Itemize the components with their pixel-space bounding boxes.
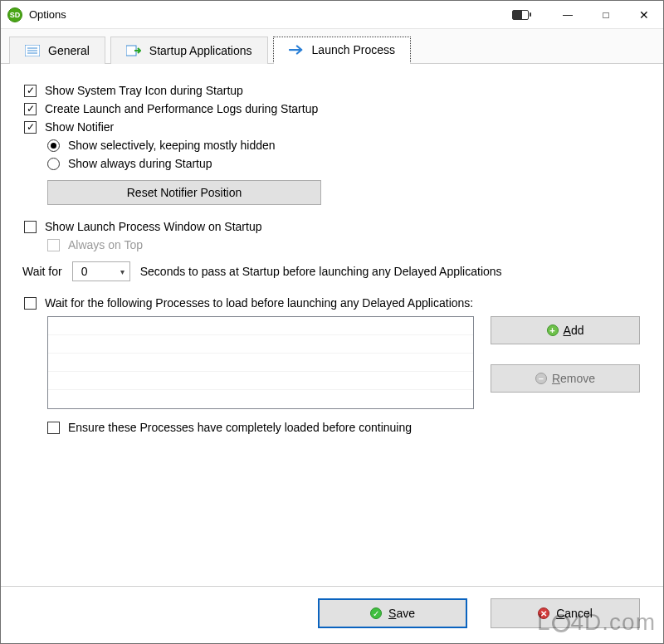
save-button[interactable]: ✓ Save <box>318 598 467 628</box>
wait-for-suffix: Seconds to pass at Startup before launch… <box>140 265 502 278</box>
remove-rest: emove <box>560 372 595 385</box>
x-circle-icon: ✕ <box>538 607 549 619</box>
reset-notifier-position-button[interactable]: Reset Notifier Position <box>47 180 321 205</box>
startup-apps-icon <box>126 43 141 58</box>
label-notifier-always: Show always during Startup <box>68 157 212 170</box>
tab-launch-process-label: Launch Process <box>312 43 395 56</box>
label-show-notifier: Show Notifier <box>45 120 114 134</box>
checkbox-show-notifier[interactable] <box>24 121 37 134</box>
wait-seconds-value: 0 <box>81 265 88 278</box>
list-item <box>48 317 473 335</box>
add-process-button[interactable]: + Add <box>491 316 640 344</box>
tab-strip: General Startup Applications Launch Proc… <box>1 29 663 64</box>
checkbox-show-lp-window[interactable] <box>24 221 37 233</box>
titlebar: SD Options — □ ✕ <box>1 1 663 29</box>
remove-process-button[interactable]: – Remove <box>491 364 640 393</box>
radio-notifier-always[interactable] <box>47 158 60 170</box>
checkbox-show-tray-icon[interactable] <box>24 85 37 97</box>
label-wait-for-processes: Wait for the following Processes to load… <box>45 296 473 310</box>
options-window: SD Options — □ ✕ General Startup Applica… <box>0 0 664 644</box>
launch-process-icon <box>289 42 304 57</box>
wait-seconds-select[interactable]: 0 ▾ <box>72 261 130 281</box>
app-icon: SD <box>7 7 22 22</box>
tab-general[interactable]: General <box>9 37 105 64</box>
battery-icon <box>512 10 529 20</box>
label-always-on-top: Always on Top <box>68 238 143 251</box>
cancel-mnemonic: C <box>556 607 564 620</box>
radio-notifier-selectively[interactable] <box>47 139 60 152</box>
minus-icon: – <box>535 373 547 384</box>
general-icon <box>25 43 40 58</box>
label-show-tray-icon: Show System Tray Icon during Startup <box>45 84 243 97</box>
add-mnemonic: A <box>564 324 571 337</box>
close-button[interactable]: ✕ <box>625 1 663 28</box>
process-listbox[interactable] <box>47 316 474 409</box>
checkbox-always-on-top <box>47 239 60 251</box>
window-buttons: — □ ✕ <box>549 1 663 28</box>
tab-startup-apps-label: Startup Applications <box>149 44 252 57</box>
wait-for-row: Wait for 0 ▾ Seconds to pass at Startup … <box>22 261 640 281</box>
label-show-lp-window: Show Launch Process Window on Startup <box>45 220 261 233</box>
minimize-button[interactable]: — <box>549 1 587 28</box>
window-title: Options <box>29 8 66 21</box>
list-item <box>48 354 473 372</box>
checkbox-create-logs[interactable] <box>24 103 37 115</box>
label-notifier-selectively: Show selectively, keeping mostly hidden <box>68 139 276 152</box>
label-ensure-loaded: Ensure these Processes have completely l… <box>68 421 412 434</box>
cancel-rest: ancel <box>564 607 592 620</box>
add-rest: dd <box>571 324 584 337</box>
plus-icon: + <box>547 324 559 336</box>
wait-for-prefix: Wait for <box>22 265 62 278</box>
checkbox-wait-for-processes[interactable] <box>24 297 37 310</box>
list-item <box>48 372 473 390</box>
list-item <box>48 390 473 408</box>
tab-content-launch-process: Show System Tray Icon during Startup Cre… <box>1 64 663 586</box>
process-list-area: + Add – Remove <box>47 316 640 409</box>
maximize-button[interactable]: □ <box>587 1 625 28</box>
tab-general-label: General <box>48 44 90 57</box>
checkbox-ensure-loaded[interactable] <box>47 422 60 434</box>
save-rest: ave <box>396 607 415 620</box>
dialog-footer: ✓ Save ✕ Cancel <box>1 586 663 643</box>
check-circle-icon: ✓ <box>370 607 382 619</box>
chevron-down-icon: ▾ <box>120 267 124 276</box>
tab-launch-process[interactable]: Launch Process <box>273 37 411 64</box>
cancel-button[interactable]: ✕ Cancel <box>491 598 640 628</box>
remove-mnemonic: R <box>552 372 560 385</box>
list-item <box>48 335 473 354</box>
tab-startup-applications[interactable]: Startup Applications <box>110 37 268 64</box>
save-mnemonic: S <box>388 607 396 620</box>
label-create-logs: Create Launch and Performance Logs durin… <box>45 102 318 115</box>
